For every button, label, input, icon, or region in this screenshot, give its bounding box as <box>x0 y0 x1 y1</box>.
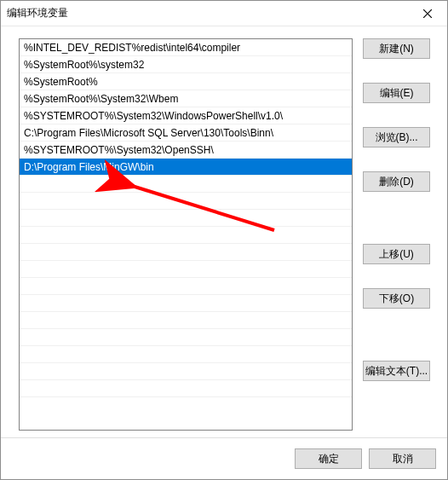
list-item-empty[interactable]: . <box>20 176 352 193</box>
list-item[interactable]: D:\Program Files\MinGW\bin <box>20 159 352 176</box>
moveup-button[interactable]: 上移(U) <box>363 244 430 264</box>
list-item[interactable]: %SystemRoot% <box>20 73 352 90</box>
list-item-empty[interactable]: . <box>20 227 352 244</box>
list-item[interactable]: %INTEL_DEV_REDIST%redist\intel64\compile… <box>20 39 352 56</box>
list-item[interactable]: %SystemRoot%\System32\Wbem <box>20 90 352 107</box>
close-icon <box>423 9 432 18</box>
list-item[interactable]: %SYSTEMROOT%\System32\WindowsPowerShell\… <box>20 107 352 124</box>
window-title: 编辑环境变量 <box>7 6 408 20</box>
browse-button[interactable]: 浏览(B)... <box>363 127 430 147</box>
new-button[interactable]: 新建(N) <box>363 38 430 59</box>
path-list[interactable]: %INTEL_DEV_REDIST%redist\intel64\compile… <box>19 38 353 431</box>
list-item-empty[interactable]: . <box>20 210 352 227</box>
list-item-empty[interactable]: . <box>20 244 352 261</box>
titlebar: 编辑环境变量 <box>1 1 447 26</box>
list-item[interactable]: %SystemRoot%\system32 <box>20 56 352 73</box>
list-item-empty[interactable]: . <box>20 278 352 295</box>
list-item-empty[interactable]: . <box>20 346 352 363</box>
list-item-empty[interactable]: . <box>20 363 352 380</box>
edittext-button[interactable]: 编辑文本(T)... <box>363 361 430 381</box>
list-item-empty[interactable]: . <box>20 380 352 397</box>
list-item[interactable]: %SYSTEMROOT%\System32\OpenSSH\ <box>20 142 352 159</box>
list-item[interactable]: C:\Program Files\Microsoft SQL Server\13… <box>20 124 352 142</box>
button-column: 新建(N) 编辑(E) 浏览(B)... 删除(D) 上移(U) 下移(O) 编… <box>363 38 430 431</box>
movedown-button[interactable]: 下移(O) <box>363 288 430 309</box>
list-item-empty[interactable]: . <box>20 329 352 346</box>
list-item-empty[interactable]: . <box>20 312 352 329</box>
content-area: %INTEL_DEV_REDIST%redist\intel64\compile… <box>1 26 447 437</box>
delete-button[interactable]: 删除(D) <box>363 171 430 192</box>
footer: 确定 取消 <box>1 437 447 479</box>
edit-button[interactable]: 编辑(E) <box>363 83 430 103</box>
close-button[interactable] <box>408 1 447 26</box>
ok-button[interactable]: 确定 <box>295 448 362 469</box>
list-item-empty[interactable]: . <box>20 193 352 210</box>
cancel-button[interactable]: 取消 <box>369 448 436 469</box>
list-item-empty[interactable]: . <box>20 261 352 278</box>
list-item-empty[interactable]: . <box>20 295 352 312</box>
